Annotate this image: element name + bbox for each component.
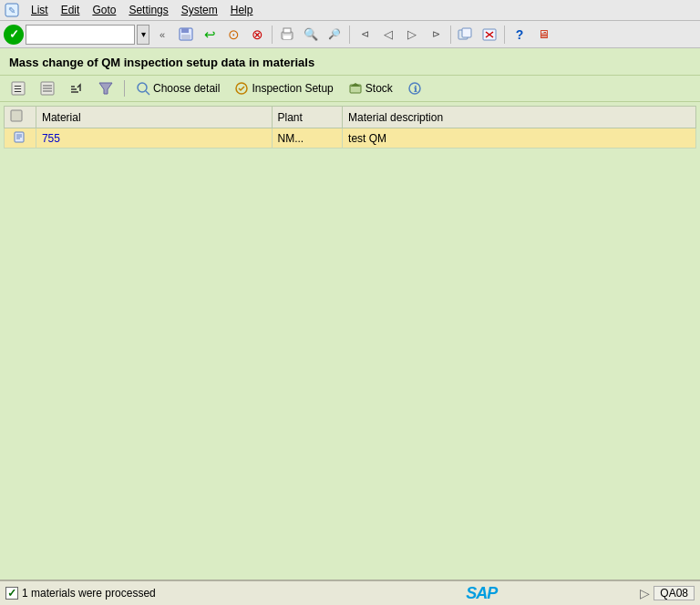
table-area: Material Plant Material description <box>0 102 700 579</box>
title-bar: Mass change of QM inspection setup data … <box>0 48 700 76</box>
col-header-material[interactable]: Material <box>36 107 272 128</box>
content-area: Mass change of QM inspection setup data … <box>0 48 700 579</box>
svg-rect-30 <box>11 110 22 121</box>
sap-window-icon: ✎ <box>4 2 20 18</box>
stock-label: Stock <box>365 82 393 95</box>
table-row[interactable]: 755 NM... test QM <box>5 128 696 149</box>
prev-page-button[interactable]: ◁ <box>377 24 399 46</box>
stock-icon <box>348 81 363 96</box>
materials-table: Material Plant Material description <box>4 106 696 149</box>
next-page-button[interactable]: ▷ <box>401 24 423 46</box>
col-header-icon <box>5 107 36 128</box>
select-all-icon: ☰ <box>11 81 26 96</box>
svg-text:ℹ: ℹ <box>413 85 417 94</box>
system-id: QA08 <box>654 586 695 600</box>
choose-detail-icon <box>136 81 150 96</box>
cancel-button[interactable]: ⊗ <box>246 24 268 46</box>
select-all-button[interactable]: ☰ <box>5 78 31 98</box>
menu-system[interactable]: System <box>176 2 223 18</box>
sort-ascending-icon <box>69 81 84 96</box>
info-button[interactable]: ℹ <box>402 78 427 98</box>
row-plant: NM... <box>272 128 343 149</box>
row-icon-cell <box>5 128 36 149</box>
nav-prev-prev[interactable]: « <box>151 24 173 46</box>
info-icon: ℹ <box>407 81 422 96</box>
customize-button[interactable]: 🖥 <box>532 24 554 46</box>
svg-rect-7 <box>283 36 291 39</box>
toolbar: ✓ ▾ « ↩ ⊙ ⊗ 🔍 🔎 ⊲ ◁ ▷ ⊳ <box>0 21 700 48</box>
svg-rect-3 <box>181 28 189 33</box>
command-input[interactable] <box>26 25 135 45</box>
status-checkbox: ✓ <box>5 587 18 600</box>
filter-icon <box>98 81 113 96</box>
status-message: 1 materials were processed <box>22 587 156 600</box>
help-button[interactable]: ? <box>509 24 530 46</box>
svg-point-23 <box>138 83 147 92</box>
page-title: Mass change of QM inspection setup data … <box>9 56 314 69</box>
sort-ascending-button[interactable] <box>64 78 89 98</box>
deselect-icon <box>40 81 55 96</box>
col-header-plant[interactable]: Plant <box>272 107 343 128</box>
inspection-setup-button[interactable]: Inspection Setup <box>229 78 338 98</box>
first-page-button[interactable]: ⊲ <box>354 24 376 46</box>
svg-rect-4 <box>181 35 190 39</box>
menu-bar: ✎ List Edit Goto Settings System Help <box>0 0 700 21</box>
deselect-button[interactable] <box>35 78 60 98</box>
action-toolbar: ☰ <box>0 76 700 102</box>
menu-list[interactable]: List <box>26 2 54 18</box>
sap-ok-button[interactable]: ✓ <box>4 25 24 45</box>
row-description: test QM <box>343 128 696 149</box>
row-material: 755 <box>36 128 272 149</box>
new-session-button[interactable] <box>455 24 477 46</box>
status-bar: ✓ 1 materials were processed SAP ▷ QA08 <box>0 579 700 605</box>
svg-rect-6 <box>283 28 291 33</box>
filter-button[interactable] <box>93 78 118 98</box>
inspection-setup-icon <box>234 81 249 96</box>
print-button[interactable] <box>276 24 298 46</box>
choose-detail-label: Choose detail <box>153 82 220 95</box>
sap-logo: SAP <box>466 584 497 603</box>
svg-rect-9 <box>462 28 471 37</box>
exit-button[interactable]: ⊙ <box>222 24 244 46</box>
find-next-button[interactable]: 🔎 <box>324 24 345 46</box>
menu-help[interactable]: Help <box>225 2 259 18</box>
menu-edit[interactable]: Edit <box>56 2 86 18</box>
status-center: SAP <box>323 584 640 603</box>
last-page-button[interactable]: ⊳ <box>425 24 447 46</box>
nav-prev-icon[interactable]: ▷ <box>640 586 650 600</box>
table-header-row: Material Plant Material description <box>5 107 696 128</box>
end-session-button[interactable] <box>479 24 500 46</box>
toolbar-separator-1 <box>124 80 125 97</box>
inspection-setup-label: Inspection Setup <box>252 82 333 95</box>
status-right: ▷ QA08 <box>640 586 695 600</box>
col-header-description[interactable]: Material description <box>343 107 696 128</box>
menu-goto[interactable]: Goto <box>87 2 121 18</box>
svg-marker-22 <box>99 83 112 94</box>
save-button[interactable] <box>175 24 197 46</box>
menu-settings[interactable]: Settings <box>123 2 173 18</box>
status-left: ✓ 1 materials were processed <box>5 587 323 600</box>
back-button[interactable]: ↩ <box>199 24 221 46</box>
svg-line-24 <box>146 91 149 95</box>
svg-text:✎: ✎ <box>8 5 15 15</box>
command-dropdown[interactable]: ▾ <box>137 25 149 45</box>
stock-button[interactable]: Stock <box>343 78 398 98</box>
choose-detail-button[interactable]: Choose detail <box>130 78 225 98</box>
svg-text:☰: ☰ <box>14 84 22 94</box>
find-button[interactable]: 🔍 <box>300 24 322 46</box>
